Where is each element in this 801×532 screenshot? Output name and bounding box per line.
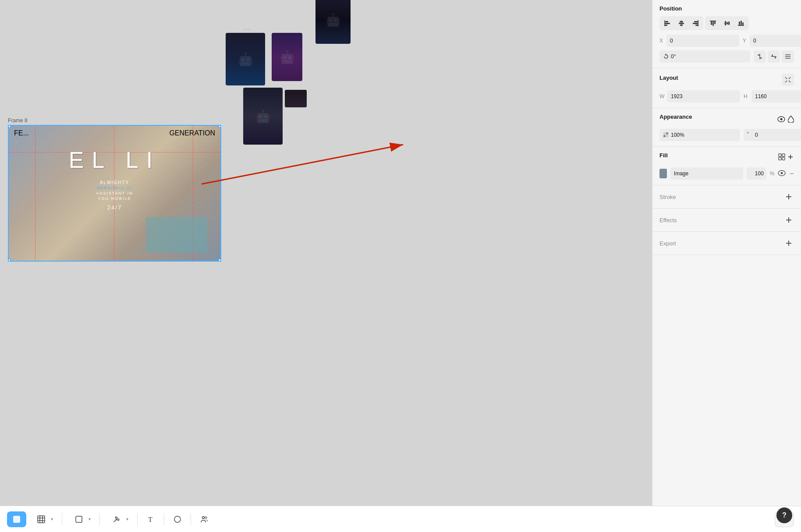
svg-rect-40	[779, 154, 781, 156]
x-input[interactable]	[666, 35, 739, 47]
opacity-icon	[663, 132, 669, 138]
svg-rect-3	[665, 23, 670, 24]
robot-image-3[interactable]: 🤖	[243, 88, 283, 145]
svg-rect-14	[711, 21, 712, 25]
align-right-button[interactable]	[689, 18, 702, 29]
transform-buttons	[754, 50, 794, 63]
align-top-button[interactable]	[706, 18, 719, 29]
flip-h-button[interactable]	[754, 50, 766, 63]
svg-point-47	[781, 172, 783, 174]
hours-text: 24/7	[107, 204, 122, 211]
people-tool-button[interactable]	[196, 511, 212, 527]
svg-rect-23	[741, 21, 742, 25]
bottom-toolbar: ▾ ▾ ▾ T </>	[0, 506, 801, 532]
svg-rect-16	[714, 21, 716, 24]
frame-background: FE... GENERATION EL LI ALMIGHTY PERSONAL…	[9, 126, 220, 261]
w-input[interactable]	[667, 90, 740, 103]
robot-image-4[interactable]	[285, 90, 307, 107]
fill-section: Fill % −	[652, 147, 801, 185]
svg-rect-34	[663, 132, 666, 135]
fill-header: Fill	[659, 152, 794, 163]
align-left-button[interactable]	[661, 18, 674, 29]
resize-handle-tl[interactable]	[8, 125, 11, 128]
almighty-text: ALMIGHTY	[100, 180, 129, 185]
fill-type-input[interactable]	[670, 167, 743, 180]
fill-color-swatch[interactable]	[659, 169, 667, 178]
h-input[interactable]	[751, 90, 801, 103]
radius-input[interactable]	[755, 132, 801, 138]
svg-line-1	[202, 145, 403, 184]
frame-dropdown-arrow: ▾	[89, 517, 91, 521]
opacity-input[interactable]	[671, 132, 737, 138]
robot-image-5[interactable]: 🤖	[315, 0, 351, 44]
frame-tool-button[interactable]	[71, 511, 87, 527]
personal-ai-text: PERSONAL AI	[97, 186, 132, 190]
fill-add-button[interactable]	[787, 153, 794, 162]
grid-dropdown-arrow: ▾	[51, 517, 53, 521]
align-center-h-button[interactable]	[675, 18, 688, 29]
resize-handle-bl[interactable]	[8, 259, 11, 262]
shape-tool-button[interactable]	[170, 511, 185, 527]
wh-row: W H	[659, 90, 794, 103]
toolbar-divider-4	[164, 513, 164, 525]
fill-remove-button[interactable]: −	[789, 170, 794, 177]
align-distribute-button[interactable]	[782, 50, 794, 63]
fill-visibility-button[interactable]	[778, 170, 786, 177]
stroke-section: Stroke	[652, 185, 801, 209]
elli-heading: EL LI	[69, 147, 161, 173]
logo-button[interactable]	[7, 511, 26, 527]
layout-header: Layout	[659, 74, 794, 86]
svg-rect-22	[739, 21, 740, 25]
fill-percent-label: %	[770, 170, 775, 177]
robot-image-1[interactable]: 🤖	[226, 33, 265, 85]
svg-rect-15	[712, 21, 714, 26]
radius-field	[744, 129, 801, 141]
rotation-input[interactable]	[671, 53, 688, 60]
canvas-area: ... 🤖 🤖 🤖 🤖 Frame 8	[0, 0, 652, 506]
frame-label: Frame 8	[8, 117, 28, 124]
svg-rect-54	[13, 516, 20, 523]
fill-row: % −	[659, 167, 794, 180]
align-bottom-button[interactable]	[734, 18, 748, 29]
help-button[interactable]: ?	[776, 507, 792, 523]
effects-add-button[interactable]	[783, 215, 794, 225]
xy-row: X Y	[659, 35, 794, 47]
toolbar-divider-2	[99, 513, 100, 525]
appearance-icons	[777, 116, 794, 123]
resize-handle-br[interactable]	[218, 259, 221, 262]
flip-v-button[interactable]	[768, 50, 780, 63]
visibility-toggle-button[interactable]	[777, 116, 785, 122]
align-vertical-group	[705, 16, 749, 30]
grid-tool-button[interactable]	[33, 511, 49, 527]
toolbar-divider-5	[191, 513, 191, 525]
align-buttons-row	[659, 16, 794, 30]
w-label: W	[659, 93, 666, 99]
design-frame[interactable]: FE... GENERATION EL LI ALMIGHTY PERSONAL…	[8, 125, 221, 262]
text-tool-button[interactable]: T	[143, 511, 159, 527]
svg-rect-2	[665, 21, 668, 22]
export-add-button[interactable]	[783, 238, 794, 248]
resize-handle-tr[interactable]	[218, 125, 221, 128]
pen-tool-button[interactable]	[109, 511, 124, 527]
stroke-title: Stroke	[659, 194, 676, 200]
svg-rect-59	[38, 516, 45, 523]
fill-mode-button[interactable]	[788, 116, 794, 123]
svg-rect-24	[742, 22, 744, 25]
rotation-field	[659, 50, 750, 63]
export-title: Export	[659, 240, 676, 247]
w-field: W	[659, 90, 740, 103]
robot-image-2[interactable]: 🤖	[272, 33, 302, 81]
fill-grid-button[interactable]	[778, 153, 785, 162]
stroke-add-button[interactable]	[783, 192, 794, 202]
fill-actions	[778, 153, 794, 162]
y-input[interactable]	[750, 35, 801, 47]
svg-point-63	[174, 516, 181, 522]
layout-collapse-button[interactable]	[782, 74, 794, 86]
appearance-section: Appearance	[652, 108, 801, 147]
fill-opacity-input[interactable]	[747, 167, 766, 180]
align-center-v-button[interactable]	[720, 18, 734, 29]
rotation-icon	[663, 53, 669, 60]
ellipsis-label: ...	[243, 24, 251, 31]
teal-rectangle	[146, 217, 207, 252]
rotation-row	[659, 50, 794, 63]
